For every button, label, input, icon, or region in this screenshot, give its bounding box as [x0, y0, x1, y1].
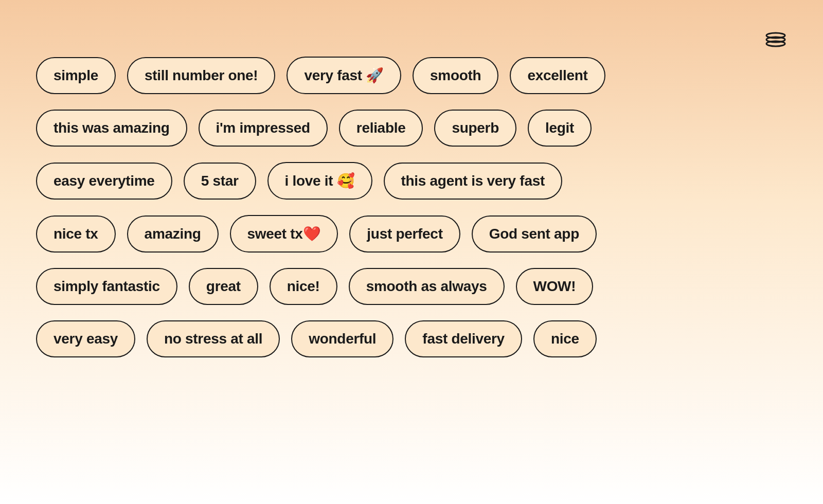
pill-i-love-it[interactable]: i love it 🥰: [267, 162, 372, 200]
pill-wow[interactable]: WOW!: [516, 268, 594, 305]
pill-this-agent-is-very-fast[interactable]: this agent is very fast: [384, 163, 562, 200]
pill-smooth-as-always[interactable]: smooth as always: [349, 268, 505, 305]
row-5: simply fantasticgreatnice!smooth as alwa…: [36, 268, 787, 305]
pill-fast-delivery[interactable]: fast delivery: [405, 320, 522, 357]
row-4: nice txamazingsweet tx❤️just perfectGod …: [36, 215, 787, 253]
pill-just-perfect[interactable]: just perfect: [349, 215, 460, 253]
pill-sweet-tx[interactable]: sweet tx❤️: [230, 215, 338, 253]
pill-no-stress-at-all[interactable]: no stress at all: [147, 320, 280, 357]
svg-point-2: [766, 41, 785, 46]
row-6: very easyno stress at allwonderfulfast d…: [36, 320, 787, 357]
pill-very-easy[interactable]: very easy: [36, 320, 135, 357]
pill-simply-fantastic[interactable]: simply fantastic: [36, 268, 177, 305]
pill-reliable[interactable]: reliable: [339, 110, 423, 147]
pill-very-fast[interactable]: very fast 🚀: [287, 57, 401, 94]
pill-easy-everytime[interactable]: easy everytime: [36, 163, 172, 200]
row-2: this was amazingi'm impressedreliablesup…: [36, 110, 787, 147]
pill-smooth[interactable]: smooth: [413, 57, 498, 94]
pill-simple[interactable]: simple: [36, 57, 116, 94]
pill-nice-exclaim[interactable]: nice!: [270, 268, 337, 305]
row-1: simplestill number one!very fast 🚀smooth…: [36, 57, 787, 94]
row-3: easy everytime5 stari love it 🥰this agen…: [36, 162, 787, 200]
pill-nice-tx[interactable]: nice tx: [36, 215, 116, 253]
pill-still-number-one[interactable]: still number one!: [127, 57, 275, 94]
pill-this-was-amazing[interactable]: this was amazing: [36, 110, 187, 147]
spotify-logo-icon: [764, 28, 787, 51]
pill-great[interactable]: great: [189, 268, 258, 305]
pill-wonderful[interactable]: wonderful: [291, 320, 393, 357]
pill-god-sent-app[interactable]: God sent app: [472, 215, 597, 253]
pill-im-impressed[interactable]: i'm impressed: [199, 110, 328, 147]
pill-nice[interactable]: nice: [533, 320, 597, 357]
pills-container: simplestill number one!very fast 🚀smooth…: [36, 57, 787, 357]
pill-superb[interactable]: superb: [434, 110, 516, 147]
pill-legit[interactable]: legit: [528, 110, 592, 147]
pill-5-star[interactable]: 5 star: [184, 163, 256, 200]
pill-excellent[interactable]: excellent: [510, 57, 605, 94]
pill-amazing[interactable]: amazing: [127, 215, 219, 253]
